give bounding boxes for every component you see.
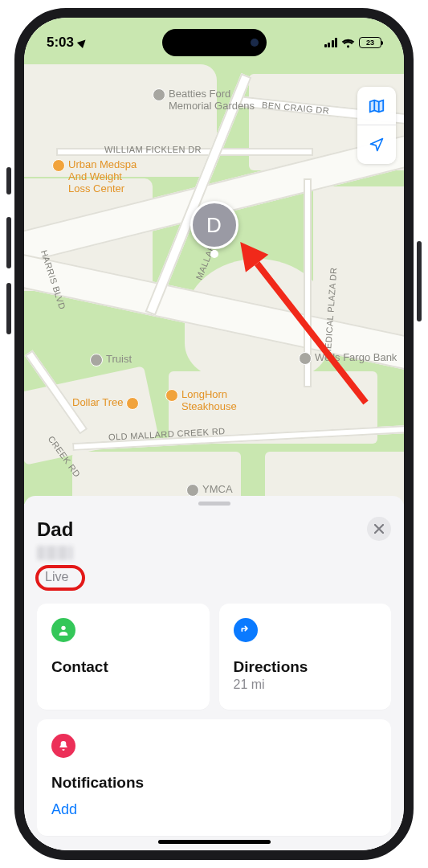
map-controls [357,87,396,164]
wifi-icon [341,38,355,48]
status-time: 5:03 [47,35,74,51]
map-view[interactable]: Ben Craig Dr William Ficklen Dr Harris B… [24,18,404,504]
person-location-pin[interactable]: D [190,201,238,249]
sheet-grabber[interactable] [198,502,230,506]
detail-sheet[interactable]: Dad Live Contact [24,496,404,850]
avatar-initial: D [206,213,222,238]
annotation-circle [35,565,85,591]
dynamic-island [162,29,267,56]
add-notification-button[interactable]: Add [51,801,377,818]
contact-label: Contact [51,658,195,676]
address-redacted [37,546,73,560]
person-name: Dad [37,518,76,541]
contact-card[interactable]: Contact [37,604,210,710]
locate-me-button[interactable] [357,125,396,164]
map-poi[interactable]: Truist [90,354,132,366]
home-indicator[interactable] [158,840,271,844]
battery-icon: 23 [359,37,381,48]
map-mode-button[interactable] [357,87,396,125]
cellular-icon [324,38,338,47]
bell-icon [51,734,75,758]
directions-distance: 21 mi [234,678,377,692]
map-poi[interactable]: Beatties Ford Memorial Gardens [153,88,255,113]
location-services-icon [77,37,88,48]
directions-card[interactable]: Directions 21 mi [219,604,392,710]
map-poi[interactable]: YMCA [186,484,233,497]
map-poi[interactable]: Urban Medspa And Weight Loss Center [52,159,137,195]
directions-label: Directions [234,658,377,676]
notifications-label: Notifications [51,774,377,792]
map-poi[interactable]: Dollar Tree [72,397,142,410]
screen: 5:03 23 [24,18,404,850]
phone-frame: 5:03 23 [14,8,414,860]
map-poi[interactable]: LongHorn Steakhouse [165,389,237,413]
person-icon [51,618,75,642]
street-label: William Ficklen Dr [104,145,202,154]
directions-icon [234,618,258,642]
svg-point-0 [61,626,65,630]
close-button[interactable] [367,517,391,541]
notifications-card[interactable]: Notifications Add [37,719,391,836]
